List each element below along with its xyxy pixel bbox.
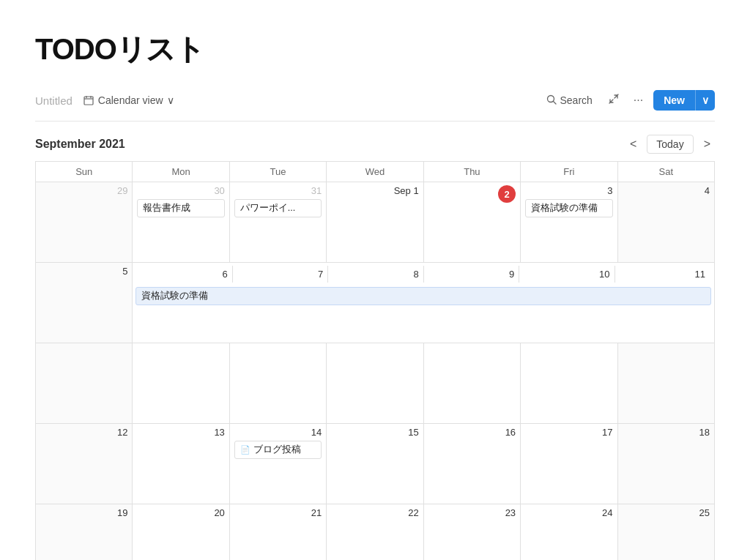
page-title: TODOリスト	[35, 29, 715, 70]
task-blog[interactable]: 📄 ブログ投稿	[234, 441, 322, 459]
toolbar-right: Search ··· New ∨	[541, 90, 716, 111]
day-cell-aug29[interactable]: 29	[36, 182, 133, 263]
day-number: 20	[137, 507, 224, 518]
day-cell-sep19[interactable]: 19	[36, 504, 133, 561]
search-button[interactable]: Search	[541, 92, 598, 110]
day-header-sun: Sun	[36, 162, 133, 182]
table-row-spacer	[36, 343, 715, 424]
day-number: 21	[234, 507, 322, 518]
day-cell-sep5[interactable]: 5	[36, 263, 133, 343]
multiday-span-cell: 6 7 8 9 10 11 資格試験の準備	[133, 263, 715, 343]
blog-label: ブログ投稿	[253, 444, 301, 456]
new-button-label: New	[653, 90, 695, 111]
day-cell-sep20[interactable]: 20	[133, 504, 229, 561]
day-number: 31	[234, 185, 322, 196]
day-cell-aug30[interactable]: 30 報告書作成	[133, 182, 229, 263]
day-number: 4	[623, 185, 710, 196]
day-number: 19	[40, 507, 127, 518]
day-cell-sep22[interactable]: 22	[327, 504, 423, 561]
day-cell-sep13[interactable]: 13	[133, 424, 229, 504]
table-row: 19 20 21 22 23 24 25	[36, 504, 715, 561]
day-number: 5	[40, 266, 127, 277]
task-shikaku[interactable]: 資格試験の準備	[525, 199, 612, 217]
day-number: 17	[525, 427, 612, 438]
calendar-section: September 2021 < Today > Sun Mon Tue Wed…	[35, 135, 715, 560]
day-cell-sep17[interactable]: 17	[521, 424, 617, 504]
day-header-thu: Thu	[423, 162, 520, 182]
day-number: 13	[137, 427, 224, 438]
toolbar: Untitled Calendar view ∨ Search	[35, 90, 715, 122]
next-month-button[interactable]: >	[699, 136, 715, 152]
day-header-sat: Sat	[617, 162, 714, 182]
svg-rect-0	[84, 97, 93, 105]
day-cell-sep12[interactable]: 12	[36, 424, 133, 504]
untitled-label: Untitled	[35, 94, 73, 107]
calendar-icon	[83, 94, 94, 106]
calendar-header: September 2021 < Today >	[35, 135, 715, 154]
day-cell-sep24[interactable]: 24	[521, 504, 617, 561]
nav-controls: < Today >	[625, 135, 715, 154]
day-cell-sep16[interactable]: 16	[423, 424, 520, 504]
day-number: 14	[234, 427, 322, 438]
day-number: 22	[331, 507, 418, 518]
day-header-fri: Fri	[521, 162, 617, 182]
day-cell-sep21[interactable]: 21	[229, 504, 326, 561]
day-cell-sep3[interactable]: 3 資格試験の準備	[521, 182, 617, 263]
more-options-button[interactable]: ···	[629, 91, 647, 110]
prev-month-button[interactable]: <	[625, 136, 641, 152]
day-number: 29	[40, 185, 127, 196]
day-cell-sep25[interactable]: 25	[617, 504, 714, 561]
day-number: 30	[137, 185, 224, 196]
day-number: 18	[623, 427, 710, 438]
calendar-grid: Sun Mon Tue Wed Thu Fri Sat 29 30 報告書作成	[35, 161, 715, 560]
day-cell-sep4[interactable]: 4	[617, 182, 714, 263]
day-number: 2	[428, 185, 516, 203]
day-number: 15	[331, 427, 418, 438]
calendar-view-button[interactable]: Calendar view ∨	[78, 92, 179, 109]
doc-icon: 📄	[240, 445, 250, 455]
today-button[interactable]: Today	[647, 135, 693, 154]
toolbar-left: Untitled Calendar view ∨	[35, 92, 533, 109]
calendar-days-header: Sun Mon Tue Wed Thu Fri Sat	[36, 162, 715, 182]
search-icon	[546, 94, 557, 107]
chevron-down-icon: ∨	[167, 94, 174, 106]
day-cell-sep14[interactable]: 14 📄 ブログ投稿	[229, 424, 326, 504]
search-label: Search	[560, 94, 593, 106]
day-header-mon: Mon	[133, 162, 229, 182]
day-cell-sep18[interactable]: 18	[617, 424, 714, 504]
month-label: September 2021	[35, 138, 125, 151]
task-shikaku-span[interactable]: 資格試験の準備	[135, 287, 711, 305]
new-button-arrow[interactable]: ∨	[695, 90, 715, 111]
day-number: 25	[623, 507, 710, 518]
task-power[interactable]: パワーポイ...	[234, 199, 322, 217]
table-row: 12 13 14 📄 ブログ投稿 15	[36, 424, 715, 504]
day-number: 12	[40, 427, 127, 438]
expand-button[interactable]	[604, 91, 623, 110]
day-cell-sep23[interactable]: 23	[423, 504, 520, 561]
day-header-wed: Wed	[327, 162, 423, 182]
day-header-tue: Tue	[229, 162, 326, 182]
calendar-view-label: Calendar view	[98, 94, 163, 106]
day-number: 16	[428, 427, 516, 438]
day-cell-aug31[interactable]: 31 パワーポイ...	[229, 182, 326, 263]
table-row: 5 6 7 8 9 10 11 資格試験の準備	[36, 263, 715, 343]
day-cell-sep15[interactable]: 15	[327, 424, 423, 504]
day-number: 24	[525, 507, 612, 518]
day-cell-sep2[interactable]: 2	[423, 182, 520, 263]
day-cell-sep1[interactable]: Sep 1	[327, 182, 423, 263]
task-hokokusho[interactable]: 報告書作成	[137, 199, 224, 217]
day-number: 3	[525, 185, 612, 196]
svg-line-5	[553, 101, 556, 104]
day-number: 23	[428, 507, 516, 518]
new-button[interactable]: New ∨	[653, 90, 715, 111]
day-number: Sep 1	[331, 185, 418, 196]
table-row: 29 30 報告書作成 31 パワーポイ... Sep 1 2	[36, 182, 715, 263]
